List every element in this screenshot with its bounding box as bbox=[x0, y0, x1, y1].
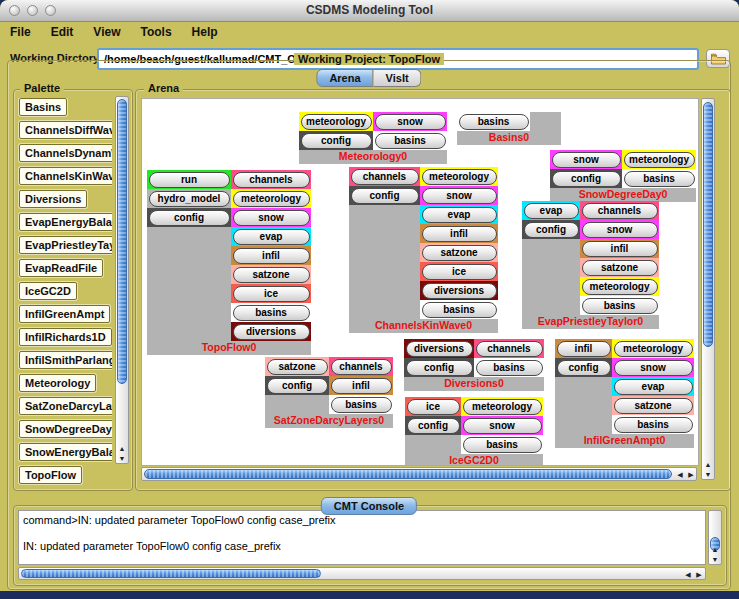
port-button-ice[interactable]: ice bbox=[407, 399, 460, 415]
arena-hscroll-thumb[interactable] bbox=[144, 469, 672, 479]
port-button-basins[interactable]: basins bbox=[233, 305, 310, 321]
port-button-snow[interactable]: snow bbox=[422, 188, 497, 204]
port-button-channels[interactable]: channels bbox=[233, 172, 310, 188]
component-group-channelskinwave0[interactable]: channelsconfigmeteorologysnowevapinfilsa… bbox=[349, 167, 498, 333]
port-button-meteorology[interactable]: meteorology bbox=[301, 114, 372, 130]
port-button-config[interactable]: config bbox=[351, 188, 419, 204]
port-button-meteorology[interactable]: meteorology bbox=[463, 399, 542, 415]
port-button-basins[interactable]: basins bbox=[624, 171, 695, 187]
palette-item-evapreadfile[interactable]: EvapReadFile bbox=[19, 259, 103, 277]
port-button-config[interactable]: config bbox=[406, 360, 473, 376]
component-group-satzonedarcylayers0[interactable]: satzoneconfigchannelsinfilbasinsSatZoneD… bbox=[265, 357, 393, 428]
scroll-down-icon[interactable]: ▼ bbox=[702, 470, 714, 479]
menu-file[interactable]: File bbox=[0, 22, 41, 39]
palette-item-evapenergybalance[interactable]: EvapEnergyBalance bbox=[19, 213, 112, 231]
port-button-infil[interactable]: infil bbox=[422, 226, 497, 242]
port-button-config[interactable]: config bbox=[267, 378, 328, 394]
port-button-meteorology[interactable]: meteorology bbox=[624, 152, 695, 168]
palette-vscroll-thumb[interactable] bbox=[117, 99, 127, 384]
port-button-satzone[interactable]: satzone bbox=[233, 267, 310, 283]
scroll-down-icon[interactable]: ▼ bbox=[709, 555, 721, 564]
component-group-topoflow0[interactable]: runhydro_modelconfigchannelsmeteorologys… bbox=[147, 170, 311, 355]
port-button-config[interactable]: config bbox=[524, 222, 579, 238]
port-button-basins[interactable]: basins bbox=[476, 360, 543, 376]
console-tab[interactable]: CMT Console bbox=[321, 497, 417, 515]
arena-horizontal-scrollbar[interactable]: ◀ ▶ bbox=[141, 467, 697, 481]
port-button-infil[interactable]: infil bbox=[582, 241, 658, 257]
palette-item-snowenergybalance[interactable]: SnowEnergyBalance bbox=[19, 443, 112, 461]
arena-canvas[interactable]: meteorologyconfigsnowbasinsMeteorology0b… bbox=[141, 98, 699, 466]
component-group-snowdegreeday0[interactable]: snowconfigmeteorologybasinsSnowDegreeDay… bbox=[550, 150, 696, 202]
menu-tools[interactable]: Tools bbox=[130, 22, 181, 39]
component-group-basins0[interactable]: basinsBasins0 bbox=[457, 112, 561, 145]
component-group-evappriestleytaylor0[interactable]: evapconfigchannelssnowinfilsatzonemeteor… bbox=[522, 201, 659, 329]
port-button-evap[interactable]: evap bbox=[233, 229, 310, 245]
port-button-diversions[interactable]: diversions bbox=[233, 324, 310, 340]
port-button-channels[interactable]: channels bbox=[476, 341, 543, 357]
palette-item-infilgreenampt[interactable]: InfilGreenAmpt bbox=[19, 305, 110, 323]
component-group-infilgreenampt0[interactable]: infilconfigmeteorologysnowevapsatzonebas… bbox=[555, 339, 694, 448]
port-button-channels[interactable]: channels bbox=[351, 169, 419, 185]
title-bar[interactable]: CSDMS Modeling Tool bbox=[0, 0, 739, 22]
port-button-infil[interactable]: infil bbox=[233, 248, 310, 264]
palette-item-basins[interactable]: Basins bbox=[19, 98, 67, 116]
port-button-meteorology[interactable]: meteorology bbox=[582, 279, 658, 295]
port-button-satzone[interactable]: satzone bbox=[422, 245, 497, 261]
tab-visit[interactable]: VisIt bbox=[374, 69, 422, 87]
port-button-meteorology[interactable]: meteorology bbox=[614, 341, 693, 357]
port-button-config[interactable]: config bbox=[149, 210, 230, 226]
port-button-basins[interactable]: basins bbox=[375, 133, 446, 149]
port-button-snow[interactable]: snow bbox=[375, 114, 446, 130]
port-button-meteorology[interactable]: meteorology bbox=[422, 169, 497, 185]
palette-item-icegc2d[interactable]: IceGC2D bbox=[19, 282, 77, 300]
palette-item-diversions[interactable]: Diversions bbox=[19, 190, 87, 208]
scroll-up-icon[interactable]: ▲ bbox=[116, 444, 128, 453]
port-button-channels[interactable]: channels bbox=[331, 359, 392, 375]
port-button-diversions[interactable]: diversions bbox=[422, 283, 497, 299]
port-button-meteorology[interactable]: meteorology bbox=[233, 191, 310, 207]
menu-help[interactable]: Help bbox=[182, 22, 228, 39]
port-button-satzone[interactable]: satzone bbox=[582, 260, 658, 276]
port-button-run[interactable]: run bbox=[149, 172, 230, 188]
port-button-hydro_model[interactable]: hydro_model bbox=[149, 191, 230, 207]
port-button-basins[interactable]: basins bbox=[459, 114, 529, 130]
port-button-basins[interactable]: basins bbox=[331, 397, 392, 413]
port-button-satzone[interactable]: satzone bbox=[267, 359, 328, 375]
palette-item-topoflow[interactable]: TopoFlow bbox=[19, 466, 82, 484]
palette-item-satzonedarcylayers[interactable]: SatZoneDarcyLayers bbox=[19, 397, 112, 415]
port-button-config[interactable]: config bbox=[407, 418, 460, 434]
port-button-snow[interactable]: snow bbox=[552, 152, 621, 168]
palette-item-infilsmithparlange[interactable]: InfilSmithParlange bbox=[19, 351, 112, 369]
palette-item-meteorology[interactable]: Meteorology bbox=[19, 374, 96, 392]
scroll-right-icon[interactable]: ▶ bbox=[693, 570, 705, 579]
scroll-right-icon[interactable]: ▶ bbox=[685, 470, 697, 479]
port-button-ice[interactable]: ice bbox=[233, 286, 310, 302]
port-button-basins[interactable]: basins bbox=[614, 417, 693, 433]
component-group-icegc2d0[interactable]: iceconfigmeteorologysnowbasinsIceGC2D0 bbox=[405, 397, 543, 466]
palette-item-channelskinwave[interactable]: ChannelsKinWave bbox=[19, 167, 112, 185]
port-button-infil[interactable]: infil bbox=[331, 378, 392, 394]
port-button-ice[interactable]: ice bbox=[422, 264, 497, 280]
scroll-down-icon[interactable]: ▼ bbox=[116, 454, 128, 463]
component-group-meteorology0[interactable]: meteorologyconfigsnowbasinsMeteorology0 bbox=[299, 112, 447, 164]
port-button-evap[interactable]: evap bbox=[614, 379, 693, 395]
console-hscroll-thumb[interactable] bbox=[21, 569, 321, 578]
palette-item-channelsdiffwave[interactable]: ChannelsDiffWave bbox=[19, 121, 112, 139]
console-horizontal-scrollbar[interactable]: ◀ ▶ bbox=[18, 567, 706, 580]
palette-item-snowdegreeday[interactable]: SnowDegreeDay bbox=[19, 420, 112, 438]
tab-arena[interactable]: Arena bbox=[316, 69, 373, 87]
palette-item-channelsdynamwave[interactable]: ChannelsDynamWave bbox=[19, 144, 112, 162]
palette-item-infilrichards1d[interactable]: InfilRichards1D bbox=[19, 328, 112, 346]
port-button-infil[interactable]: infil bbox=[557, 341, 611, 357]
port-button-config[interactable]: config bbox=[552, 171, 621, 187]
port-button-basins[interactable]: basins bbox=[582, 298, 658, 314]
port-button-evap[interactable]: evap bbox=[422, 207, 497, 223]
port-button-snow[interactable]: snow bbox=[582, 222, 658, 238]
port-button-snow[interactable]: snow bbox=[614, 360, 693, 376]
palette-item-evappriestleytaylor[interactable]: EvapPriestleyTaylor bbox=[19, 236, 112, 254]
port-button-basins[interactable]: basins bbox=[422, 302, 497, 318]
console-vertical-scrollbar[interactable]: ▲ ▼ bbox=[708, 510, 722, 565]
palette-vertical-scrollbar[interactable]: ▲ ▼ bbox=[115, 96, 129, 464]
port-button-diversions[interactable]: diversions bbox=[406, 341, 473, 357]
port-button-channels[interactable]: channels bbox=[582, 203, 658, 219]
